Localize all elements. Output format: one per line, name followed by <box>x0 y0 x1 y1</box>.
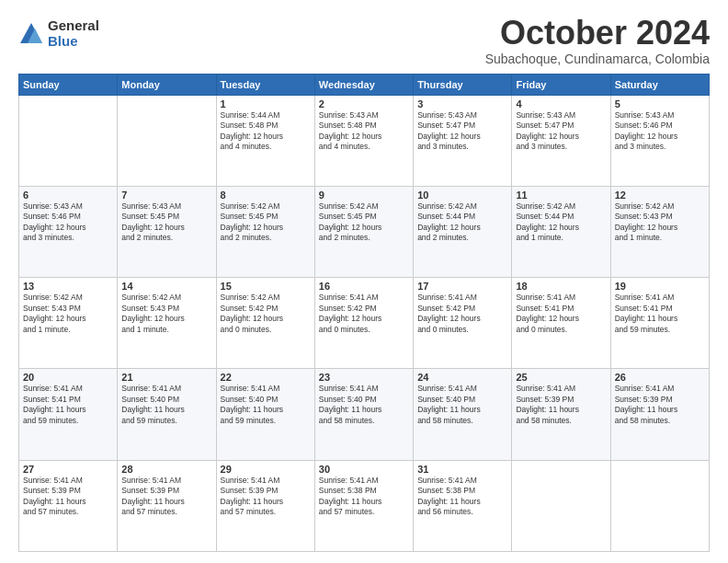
day-number: 19 <box>615 281 705 292</box>
calendar-cell: 28Sunrise: 5:41 AM Sunset: 5:39 PM Dayli… <box>118 460 216 551</box>
calendar-cell <box>610 460 709 551</box>
day-info: Sunrise: 5:42 AM Sunset: 5:43 PM Dayligh… <box>23 293 113 335</box>
location: Subachoque, Cundinamarca, Colombia <box>485 52 710 66</box>
calendar-cell: 30Sunrise: 5:41 AM Sunset: 5:38 PM Dayli… <box>314 460 413 551</box>
calendar-cell: 27Sunrise: 5:41 AM Sunset: 5:39 PM Dayli… <box>19 460 118 551</box>
calendar-cell: 9Sunrise: 5:42 AM Sunset: 5:45 PM Daylig… <box>314 186 413 277</box>
day-number: 25 <box>516 372 606 383</box>
logo-general: General <box>48 18 99 34</box>
logo-blue: Blue <box>48 34 99 50</box>
day-number: 20 <box>23 372 113 383</box>
day-info: Sunrise: 5:43 AM Sunset: 5:46 PM Dayligh… <box>615 110 705 153</box>
calendar-cell: 22Sunrise: 5:41 AM Sunset: 5:40 PM Dayli… <box>216 369 314 460</box>
day-number: 4 <box>516 98 606 109</box>
day-info: Sunrise: 5:44 AM Sunset: 5:48 PM Dayligh… <box>221 110 311 153</box>
day-number: 24 <box>417 372 507 383</box>
day-number: 16 <box>319 281 409 292</box>
day-info: Sunrise: 5:43 AM Sunset: 5:47 PM Dayligh… <box>417 110 507 153</box>
page: General Blue October 2024 Subachoque, Cu… <box>0 0 728 563</box>
weekday-header-friday: Friday <box>512 74 610 95</box>
calendar-cell: 23Sunrise: 5:41 AM Sunset: 5:40 PM Dayli… <box>314 369 413 460</box>
week-row-4: 27Sunrise: 5:41 AM Sunset: 5:39 PM Dayli… <box>19 460 710 551</box>
day-number: 7 <box>121 190 211 201</box>
day-info: Sunrise: 5:41 AM Sunset: 5:40 PM Dayligh… <box>319 384 409 426</box>
calendar-cell: 1Sunrise: 5:44 AM Sunset: 5:48 PM Daylig… <box>216 95 314 186</box>
day-info: Sunrise: 5:42 AM Sunset: 5:44 PM Dayligh… <box>516 201 606 244</box>
day-info: Sunrise: 5:41 AM Sunset: 5:40 PM Dayligh… <box>417 384 507 426</box>
day-number: 5 <box>615 98 705 109</box>
day-number: 21 <box>121 372 211 383</box>
calendar-cell: 15Sunrise: 5:42 AM Sunset: 5:42 PM Dayli… <box>216 278 314 369</box>
day-info: Sunrise: 5:41 AM Sunset: 5:40 PM Dayligh… <box>121 384 211 426</box>
day-info: Sunrise: 5:42 AM Sunset: 5:45 PM Dayligh… <box>319 201 409 244</box>
calendar-cell: 20Sunrise: 5:41 AM Sunset: 5:41 PM Dayli… <box>19 369 118 460</box>
calendar-cell: 3Sunrise: 5:43 AM Sunset: 5:47 PM Daylig… <box>414 95 512 186</box>
logo: General Blue <box>18 18 99 49</box>
day-number: 2 <box>319 98 409 109</box>
calendar-cell: 25Sunrise: 5:41 AM Sunset: 5:39 PM Dayli… <box>512 369 610 460</box>
calendar-cell: 17Sunrise: 5:41 AM Sunset: 5:42 PM Dayli… <box>414 278 512 369</box>
day-number: 26 <box>615 372 705 383</box>
calendar-cell: 29Sunrise: 5:41 AM Sunset: 5:39 PM Dayli… <box>216 460 314 551</box>
day-info: Sunrise: 5:43 AM Sunset: 5:48 PM Dayligh… <box>319 110 409 153</box>
calendar-cell <box>118 95 216 186</box>
title-section: October 2024 Subachoque, Cundinamarca, C… <box>485 15 710 66</box>
calendar-cell: 24Sunrise: 5:41 AM Sunset: 5:40 PM Dayli… <box>414 369 512 460</box>
calendar-cell: 6Sunrise: 5:43 AM Sunset: 5:46 PM Daylig… <box>19 186 118 277</box>
day-number: 31 <box>417 464 507 475</box>
calendar-cell: 14Sunrise: 5:42 AM Sunset: 5:43 PM Dayli… <box>118 278 216 369</box>
day-info: Sunrise: 5:42 AM Sunset: 5:45 PM Dayligh… <box>221 201 311 244</box>
day-number: 28 <box>121 464 211 475</box>
calendar-cell: 16Sunrise: 5:41 AM Sunset: 5:42 PM Dayli… <box>314 278 413 369</box>
weekday-header-saturday: Saturday <box>610 74 709 95</box>
weekday-header-thursday: Thursday <box>414 74 512 95</box>
day-info: Sunrise: 5:43 AM Sunset: 5:46 PM Dayligh… <box>23 201 113 244</box>
calendar-cell: 13Sunrise: 5:42 AM Sunset: 5:43 PM Dayli… <box>19 278 118 369</box>
calendar-cell: 12Sunrise: 5:42 AM Sunset: 5:43 PM Dayli… <box>610 186 709 277</box>
day-number: 6 <box>23 190 113 201</box>
week-row-2: 13Sunrise: 5:42 AM Sunset: 5:43 PM Dayli… <box>19 278 710 369</box>
calendar-cell: 26Sunrise: 5:41 AM Sunset: 5:39 PM Dayli… <box>610 369 709 460</box>
day-info: Sunrise: 5:41 AM Sunset: 5:40 PM Dayligh… <box>221 384 311 426</box>
day-info: Sunrise: 5:42 AM Sunset: 5:42 PM Dayligh… <box>221 293 311 335</box>
day-number: 3 <box>417 98 507 109</box>
day-info: Sunrise: 5:41 AM Sunset: 5:39 PM Dayligh… <box>121 476 211 518</box>
day-number: 27 <box>23 464 113 475</box>
weekday-header-sunday: Sunday <box>19 74 118 95</box>
day-number: 10 <box>417 190 507 201</box>
day-number: 13 <box>23 281 113 292</box>
day-number: 23 <box>319 372 409 383</box>
day-number: 29 <box>221 464 311 475</box>
calendar-cell: 19Sunrise: 5:41 AM Sunset: 5:41 PM Dayli… <box>610 278 709 369</box>
week-row-3: 20Sunrise: 5:41 AM Sunset: 5:41 PM Dayli… <box>19 369 710 460</box>
day-number: 15 <box>221 281 311 292</box>
day-info: Sunrise: 5:42 AM Sunset: 5:43 PM Dayligh… <box>121 293 211 335</box>
calendar-cell: 11Sunrise: 5:42 AM Sunset: 5:44 PM Dayli… <box>512 186 610 277</box>
day-number: 1 <box>221 98 311 109</box>
day-number: 8 <box>221 190 311 201</box>
week-row-0: 1Sunrise: 5:44 AM Sunset: 5:48 PM Daylig… <box>19 95 710 186</box>
calendar-cell <box>19 95 118 186</box>
day-info: Sunrise: 5:41 AM Sunset: 5:41 PM Dayligh… <box>516 293 606 335</box>
calendar-cell: 31Sunrise: 5:41 AM Sunset: 5:38 PM Dayli… <box>414 460 512 551</box>
logo-icon <box>18 21 44 47</box>
day-info: Sunrise: 5:41 AM Sunset: 5:42 PM Dayligh… <box>417 293 507 335</box>
day-info: Sunrise: 5:43 AM Sunset: 5:45 PM Dayligh… <box>121 201 211 244</box>
day-number: 9 <box>319 190 409 201</box>
day-number: 17 <box>417 281 507 292</box>
month-title: October 2024 <box>485 15 710 52</box>
calendar-cell: 21Sunrise: 5:41 AM Sunset: 5:40 PM Dayli… <box>118 369 216 460</box>
day-info: Sunrise: 5:41 AM Sunset: 5:41 PM Dayligh… <box>23 384 113 426</box>
day-number: 22 <box>221 372 311 383</box>
weekday-header-wednesday: Wednesday <box>314 74 413 95</box>
day-info: Sunrise: 5:41 AM Sunset: 5:41 PM Dayligh… <box>615 293 705 335</box>
day-number: 30 <box>319 464 409 475</box>
week-row-1: 6Sunrise: 5:43 AM Sunset: 5:46 PM Daylig… <box>19 186 710 277</box>
calendar-cell: 2Sunrise: 5:43 AM Sunset: 5:48 PM Daylig… <box>314 95 413 186</box>
day-number: 14 <box>121 281 211 292</box>
day-info: Sunrise: 5:41 AM Sunset: 5:38 PM Dayligh… <box>319 476 409 518</box>
calendar-cell: 7Sunrise: 5:43 AM Sunset: 5:45 PM Daylig… <box>118 186 216 277</box>
day-info: Sunrise: 5:41 AM Sunset: 5:39 PM Dayligh… <box>221 476 311 518</box>
weekday-header-tuesday: Tuesday <box>216 74 314 95</box>
day-info: Sunrise: 5:41 AM Sunset: 5:39 PM Dayligh… <box>615 384 705 426</box>
